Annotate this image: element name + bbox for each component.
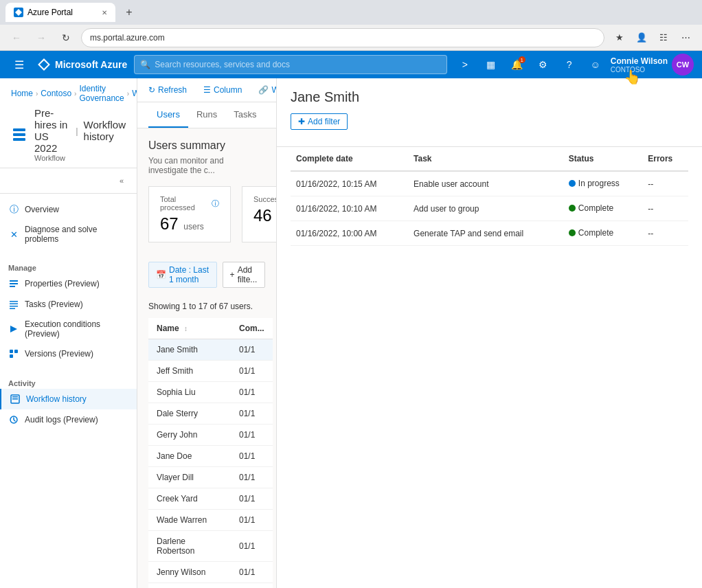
forward-button[interactable]: → [32, 28, 51, 47]
table-row[interactable]: Leslie Alexander 01/1 [148, 583, 273, 589]
tab-tasks[interactable]: Tasks [225, 102, 264, 128]
cloud-shell-icon[interactable]: > [454, 54, 476, 76]
detail-complete-date: 01/16/2022, 10:00 AM [291, 221, 408, 246]
sidebar-item-workflow-history[interactable]: Workflow history [0, 389, 137, 409]
help-question-icon[interactable]: ? [558, 54, 580, 76]
panel-content: Users summary You can monitor and invest… [137, 128, 276, 588]
sidebar-item-execution[interactable]: Execution conditions (Preview) [0, 315, 137, 343]
user-complete-cell: 01/1 [231, 339, 273, 361]
sidebar-manage-section: Manage Properties (Preview) Tasks (Previ… [0, 254, 137, 370]
sidebar-item-overview[interactable]: ⓘ Overview [0, 199, 137, 220]
svg-rect-9 [10, 308, 15, 310]
user-name-cell: Vlayer Dill [148, 467, 231, 488]
table-row[interactable]: Creek Yard 01/1 [148, 488, 273, 510]
user-complete-cell: 01/1 [231, 510, 273, 531]
address-bar[interactable]: ms.portal.azure.com [81, 28, 604, 47]
svg-rect-11 [14, 350, 18, 353]
sidebar-item-tasks[interactable]: Tasks (Preview) [0, 294, 137, 315]
breadcrumb-identity[interactable]: Identity Governance [79, 84, 124, 103]
new-tab-button[interactable]: + [121, 4, 137, 21]
table-row[interactable]: Dale Sterry 01/1 [148, 403, 273, 425]
breadcrumb-home[interactable]: Home [11, 89, 33, 98]
add-filter-button[interactable]: + Add filte... [223, 262, 265, 288]
browser-menu-icon[interactable]: ⋯ [676, 28, 695, 47]
tab-close-button[interactable]: ✕ [102, 9, 107, 16]
user-complete-cell: 01/1 [231, 446, 273, 467]
detail-errors: -- [642, 196, 688, 221]
detail-task: Generate TAP and send email [408, 221, 563, 246]
user-name-cell: Jenny Wilson [148, 562, 231, 583]
breadcrumb-workflows[interactable]: Workflows [132, 89, 137, 98]
user-complete-cell: 01/1 [231, 425, 273, 446]
audit-logs-label: Audit logs (Preview) [25, 415, 98, 425]
table-row[interactable]: Vlayer Dill 01/1 [148, 467, 273, 488]
breadcrumb-contoso[interactable]: Contoso [41, 89, 71, 98]
table-row[interactable]: Jenny Wilson 01/1 [148, 562, 273, 583]
sidebar-item-properties[interactable]: Properties (Preview) [0, 273, 137, 294]
table-row[interactable]: Gerry John 01/1 [148, 425, 273, 446]
total-processed-card: Total processed ⓘ 67 users [148, 186, 231, 242]
sidebar-item-overview-label: Overview [25, 205, 59, 214]
successful-value: 46 users [253, 206, 276, 225]
sidebar-item-diagnose[interactable]: ✕ Diagnose and solve problems [0, 220, 137, 249]
breadcrumb: Home › Contoso › Identity Governance › W… [11, 84, 126, 103]
tab-users[interactable]: Users [148, 102, 188, 128]
favorites-icon[interactable]: ★ [610, 28, 629, 47]
detail-table: Complete date Task Status Errors 01/16/2… [291, 147, 688, 246]
table-row[interactable]: Darlene Robertson 01/1 [148, 531, 273, 562]
feedback-icon[interactable]: ☺ [585, 54, 607, 76]
table-row[interactable]: Jane Smith 01/1 [148, 339, 273, 361]
sidebar-item-audit-logs[interactable]: Audit logs (Preview) [0, 409, 137, 430]
user-table: Name ↕ Com... Jane Smith 01/1 [148, 318, 273, 588]
what-button[interactable]: 🔗 Wha... [258, 82, 276, 98]
global-search-input[interactable] [155, 60, 440, 69]
table-row[interactable]: Jeff Smith 01/1 [148, 361, 273, 382]
refresh-browser-button[interactable]: ↻ [56, 28, 76, 47]
user-name-cell: Jane Smith [148, 339, 231, 361]
user-profile-icon[interactable]: 👤 [632, 28, 651, 47]
global-search-box[interactable]: 🔍 [134, 55, 446, 74]
detail-table-header: Complete date Task Status Errors [291, 147, 688, 171]
table-row[interactable]: Sophia Liu 01/1 [148, 382, 273, 403]
status-badge: In progress [569, 179, 620, 188]
info-icon: ⓘ [212, 199, 219, 209]
extensions-icon[interactable]: ☷ [654, 28, 673, 47]
sidebar-collapse-button[interactable]: « [112, 171, 131, 190]
workflow-history-icon [10, 394, 21, 405]
status-dot-complete [569, 229, 576, 236]
user-table-header: Name ↕ Com... [148, 318, 273, 339]
hamburger-menu-button[interactable]: ☰ [8, 54, 30, 76]
browser-tab[interactable]: Azure Portal ✕ [5, 3, 115, 22]
column-button[interactable]: ☰ Column [203, 82, 242, 98]
user-name: Connie Wilson [611, 56, 668, 66]
tab-runs[interactable]: Runs [188, 102, 225, 128]
refresh-button[interactable]: ↻ Refresh [148, 82, 187, 98]
settings-gear-icon[interactable]: ⚙ [532, 54, 554, 76]
user-avatar[interactable]: CW [672, 54, 694, 76]
notification-bell-icon[interactable]: 🔔 1 [506, 54, 528, 76]
successful-card: Successfu... 46 users [242, 186, 276, 242]
col-errors: Errors [642, 147, 688, 171]
tasks-icon [8, 299, 19, 310]
col-complete-date: Complete date [291, 147, 408, 171]
header-toolbar: > ▦ 🔔 1 ⚙ ? ☺ Connie Wilson CONTOSO CW [454, 54, 694, 76]
svg-rect-10 [10, 350, 13, 353]
successful-label-text: Successfu... [253, 195, 276, 203]
portal-settings-icon[interactable]: ▦ [480, 54, 502, 76]
status-label: Complete [578, 228, 613, 238]
execution-icon [8, 324, 19, 335]
azure-logo: Microsoft Azure [37, 58, 127, 71]
workflow-label: Workflow [34, 154, 126, 162]
sidebar-item-versions[interactable]: Versions (Preview) [0, 343, 137, 364]
detail-task: Enable user account [408, 171, 563, 196]
date-filter-tag[interactable]: 📅 Date : Last 1 month [148, 262, 217, 288]
detail-add-filter-button[interactable]: ✚ Add filter [291, 113, 348, 130]
col-header-complete: Com... [231, 318, 273, 339]
execution-label: Execution conditions (Preview) [25, 319, 128, 339]
user-info[interactable]: Connie Wilson CONTOSO [611, 56, 668, 74]
detail-complete-date: 01/16/2022, 10:15 AM [291, 171, 408, 196]
back-button[interactable]: ← [7, 28, 26, 47]
table-row[interactable]: Jane Doe 01/1 [148, 446, 273, 467]
table-row[interactable]: Wade Warren 01/1 [148, 510, 273, 531]
successful-label: Successfu... [253, 195, 276, 203]
